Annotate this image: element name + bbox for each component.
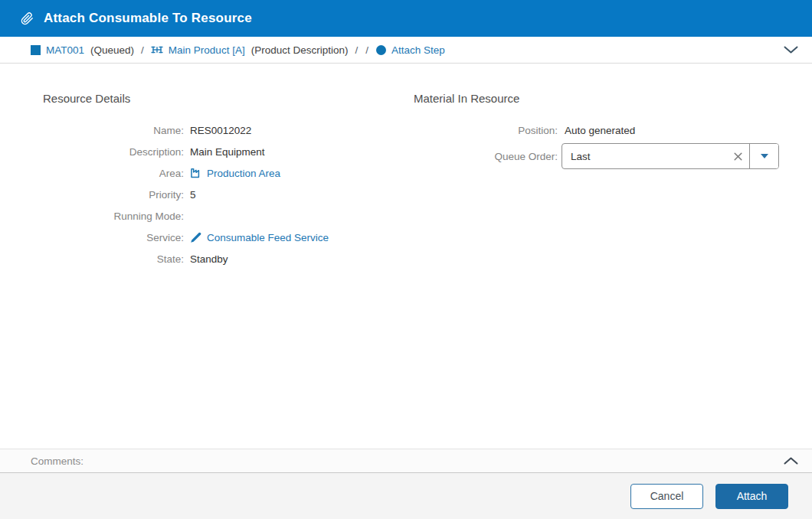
page-title: Attach Consumable To Resource: [44, 11, 252, 26]
service-pen-icon: [190, 231, 202, 243]
breadcrumb-collapse-button[interactable]: [784, 46, 798, 54]
queue-order-input[interactable]: Last: [562, 144, 726, 168]
chevron-down-icon: [784, 46, 798, 54]
resource-details-section: Resource Details Name: RES0012022 Descri…: [43, 92, 372, 269]
field-value: Consumable Feed Service: [190, 231, 329, 243]
breadcrumb-link-product[interactable]: Main Product [A]: [169, 44, 245, 56]
field-row-priority: Priority: 5: [43, 184, 372, 205]
material-in-resource-title: Material In Resource: [414, 92, 781, 105]
factory-icon: [190, 167, 202, 179]
field-row-queue-order: Queue Order: Last: [414, 143, 781, 169]
field-label: Description:: [43, 146, 184, 158]
field-row-running-mode: Running Mode:: [43, 205, 372, 227]
comments-expand-button[interactable]: [784, 457, 798, 465]
breadcrumb-suffix-product: (Product Description): [251, 44, 349, 56]
breadcrumb: MAT001 (Queued) / Main Product [A] (Prod…: [0, 37, 812, 64]
field-value: Standby: [190, 253, 228, 265]
comments-bar[interactable]: Comments:: [0, 449, 812, 473]
material-square-icon: [31, 45, 41, 55]
service-link[interactable]: Consumable Feed Service: [207, 232, 329, 243]
field-row-area: Area: Production Area: [43, 162, 372, 184]
breadcrumb-link-material[interactable]: MAT001: [46, 44, 84, 56]
breadcrumb-separator: /: [365, 44, 368, 56]
field-value: 5: [190, 189, 196, 201]
queue-order-dropdown-button[interactable]: [749, 144, 778, 168]
field-row-description: Description: Main Equipment: [43, 141, 372, 162]
resource-details-fields: Name: RES0012022 Description: Main Equip…: [43, 119, 372, 269]
breadcrumb-item-material: MAT001 (Queued): [31, 44, 134, 56]
field-label: Name:: [43, 125, 184, 136]
dropdown-arrow-icon: [761, 154, 768, 158]
queue-order-combobox[interactable]: Last: [562, 143, 779, 169]
field-row-service: Service: Consumable Feed Service: [43, 227, 372, 248]
x-clear-icon: [734, 152, 742, 161]
field-row-name: Name: RES0012022: [43, 119, 372, 141]
queue-order-clear-button[interactable]: [726, 144, 749, 168]
paperclip-icon: [21, 11, 34, 26]
comments-label: Comments:: [31, 455, 83, 467]
field-row-state: State: Standby: [43, 248, 372, 269]
material-in-resource-section: Material In Resource Position: Auto gene…: [414, 92, 781, 169]
breadcrumb-suffix-material: (Queued): [90, 44, 134, 56]
attach-button[interactable]: Attach: [715, 484, 788, 509]
step-circle-icon: [376, 45, 386, 55]
field-label: Queue Order:: [414, 151, 558, 162]
product-icon: [151, 44, 163, 56]
field-label: Service:: [43, 232, 184, 243]
dialog-body: Resource Details Name: RES0012022 Descri…: [0, 64, 812, 449]
cancel-button[interactable]: Cancel: [630, 484, 703, 509]
area-link[interactable]: Production Area: [207, 168, 280, 179]
field-label: State:: [43, 253, 184, 265]
field-label: Running Mode:: [43, 211, 184, 222]
field-label: Priority:: [43, 189, 184, 201]
dialog-title-bar: Attach Consumable To Resource: [0, 0, 812, 37]
field-value: Main Equipment: [190, 146, 265, 158]
breadcrumb-separator: /: [355, 44, 358, 56]
breadcrumb-item-product: Main Product [A] (Product Description): [151, 44, 349, 56]
chevron-up-icon: [784, 457, 798, 465]
field-row-position: Position: Auto generated: [414, 119, 781, 141]
material-in-resource-fields: Position: Auto generated Queue Order: La…: [414, 119, 781, 169]
field-label: Area:: [43, 168, 184, 179]
breadcrumb-link-step[interactable]: Attach Step: [391, 44, 445, 56]
field-label: Position:: [414, 125, 558, 136]
resource-details-title: Resource Details: [43, 92, 372, 105]
breadcrumb-item-step: Attach Step: [376, 44, 445, 56]
dialog-footer: Cancel Attach: [0, 473, 812, 519]
field-value: Production Area: [190, 167, 280, 179]
field-value: RES0012022: [190, 125, 251, 136]
field-value: Auto generated: [565, 125, 635, 136]
breadcrumb-separator: /: [141, 44, 144, 56]
